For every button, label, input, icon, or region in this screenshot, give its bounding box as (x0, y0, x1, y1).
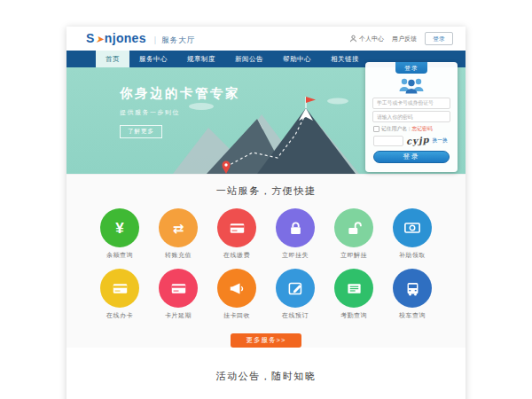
service-item-2[interactable]: 在线缴费 (217, 208, 257, 266)
personal-center-label: 个人中心 (359, 35, 384, 43)
login-tab[interactable]: 登录 (395, 62, 427, 74)
site-title: 服务大厅 (161, 35, 195, 46)
nav-item-3[interactable]: 新闻公告 (225, 51, 273, 67)
users-group-icon (395, 76, 427, 95)
bank-card-icon (100, 269, 139, 308)
username-input[interactable] (372, 98, 450, 109)
unlocked-padlock-icon (334, 208, 373, 247)
service-item-6[interactable]: 在线办卡 (100, 269, 140, 326)
megaphone-icon (217, 269, 256, 308)
more-services-button[interactable]: 更多服务>> (231, 333, 301, 348)
service-label: 立即挂失 (282, 251, 309, 260)
captcha-refresh-link[interactable]: 换一换 (433, 137, 448, 145)
header-login-button[interactable]: 登录 (425, 32, 453, 45)
captcha-input[interactable] (373, 136, 403, 146)
logo[interactable]: S➤njones | 服务大厅 (86, 31, 195, 46)
site-container: S➤njones | 服务大厅 个人中心 用户反馈 登录 首页服务中心规章制度新… (66, 27, 466, 399)
personal-center-link[interactable]: 个人中心 (349, 35, 384, 43)
transfer-arrows-icon: ⇄ (159, 208, 198, 247)
services-row-1: ¥余额查询⇄转账充值在线缴费立即挂失立即解挂补助领取 (66, 208, 466, 266)
service-item-7[interactable]: 卡片延期 (159, 269, 199, 326)
service-item-5[interactable]: 补助领取 (393, 208, 433, 266)
service-label: 校车查询 (399, 311, 426, 320)
service-label: 立即解挂 (340, 251, 367, 260)
services-row-2: 在线办卡卡片延期挂卡回收在线预订考勤查询校车查询 (66, 269, 466, 326)
service-label: 在线缴费 (223, 251, 250, 260)
service-label: 补助领取 (399, 251, 426, 260)
announcements-title: 活动公告，随时知晓 (66, 370, 466, 383)
services-section: 一站服务，方便快捷 ¥余额查询⇄转账充值在线缴费立即挂失立即解挂补助领取 在线办… (66, 174, 466, 348)
services-title: 一站服务，方便快捷 (66, 184, 466, 198)
login-submit-button[interactable]: 登录 (373, 151, 450, 163)
options-separator: | (409, 126, 411, 131)
forgot-password-link[interactable]: 忘记密码 (412, 125, 433, 133)
service-item-4[interactable]: 立即解挂 (334, 208, 374, 266)
service-item-8[interactable]: 挂卡回收 (217, 269, 257, 326)
mountain-illustration (173, 92, 359, 174)
logo-text-njones: njones (105, 31, 146, 45)
captcha-row: cyjp 换一换 (373, 136, 450, 146)
nav-item-5[interactable]: 相关链接 (321, 51, 369, 67)
nav-item-2[interactable]: 规章制度 (177, 51, 225, 67)
user-feedback-label: 用户反馈 (392, 35, 417, 43)
service-label: 考勤查询 (340, 311, 367, 320)
logo-text-s: S (86, 31, 95, 45)
service-label: 在线预订 (282, 311, 309, 320)
bus-icon (393, 269, 432, 308)
announcement-columns: 使用须知最新公告更多>>使用指南更多>> (66, 394, 466, 399)
service-label: 卡片延期 (165, 311, 192, 320)
padlock-icon (276, 208, 315, 247)
user-feedback-link[interactable]: 用户反馈 (392, 35, 417, 43)
logo-divider: | (154, 35, 156, 44)
edit-pencil-icon (276, 269, 315, 308)
service-label: 挂卡回收 (223, 311, 250, 320)
service-item-0[interactable]: ¥余额查询 (100, 208, 140, 266)
login-options: 记住用户名 | 忘记密码 (373, 125, 450, 133)
yen-icon: ¥ (100, 208, 139, 247)
service-item-9[interactable]: 在线预订 (276, 269, 316, 326)
user-icon (349, 35, 357, 43)
service-label: 余额查询 (106, 251, 133, 260)
hero-banner: 你身边的卡管专家 提供服务一步到位 了解更多 登录 (66, 67, 466, 174)
bank-card-icon (217, 208, 256, 247)
service-item-10[interactable]: 考勤查询 (334, 269, 374, 326)
announcement-column-1: 使用指南更多>> (272, 394, 457, 399)
remember-label: 记住用户名 (381, 125, 407, 133)
bank-card-icon (159, 269, 198, 308)
service-item-11[interactable]: 校车查询 (393, 269, 433, 326)
announcements-section: 活动公告，随时知晓 使用须知最新公告更多>>使用指南更多>> (66, 359, 466, 399)
header-links: 个人中心 用户反馈 登录 (349, 32, 453, 45)
nav-item-0[interactable]: 首页 (96, 51, 129, 67)
attendance-list-icon (334, 269, 373, 308)
password-input[interactable] (372, 111, 450, 122)
nav-item-4[interactable]: 帮助中心 (273, 51, 321, 67)
service-label: 转账充值 (165, 251, 192, 260)
header: S➤njones | 服务大厅 个人中心 用户反馈 登录 (66, 27, 466, 51)
announcement-column-0: 使用须知最新公告更多>> (75, 394, 260, 399)
service-item-1[interactable]: ⇄转账充值 (159, 208, 199, 266)
banknote-icon (393, 208, 432, 247)
hero-more-button[interactable]: 了解更多 (120, 125, 162, 138)
nav-item-1[interactable]: 服务中心 (129, 51, 177, 67)
service-label: 在线办卡 (106, 311, 133, 320)
captcha-image[interactable]: cyjp (406, 135, 430, 146)
service-item-3[interactable]: 立即挂失 (276, 208, 316, 266)
remember-checkbox[interactable] (373, 126, 379, 132)
login-panel: 登录 记住用户名 | 忘记密码 cyjp 换一换 登录 (365, 62, 458, 172)
screenshot-canvas: S➤njones | 服务大厅 个人中心 用户反馈 登录 首页服务中心规章制度新… (0, 0, 532, 399)
logo-arrow-icon: ➤ (96, 34, 104, 45)
